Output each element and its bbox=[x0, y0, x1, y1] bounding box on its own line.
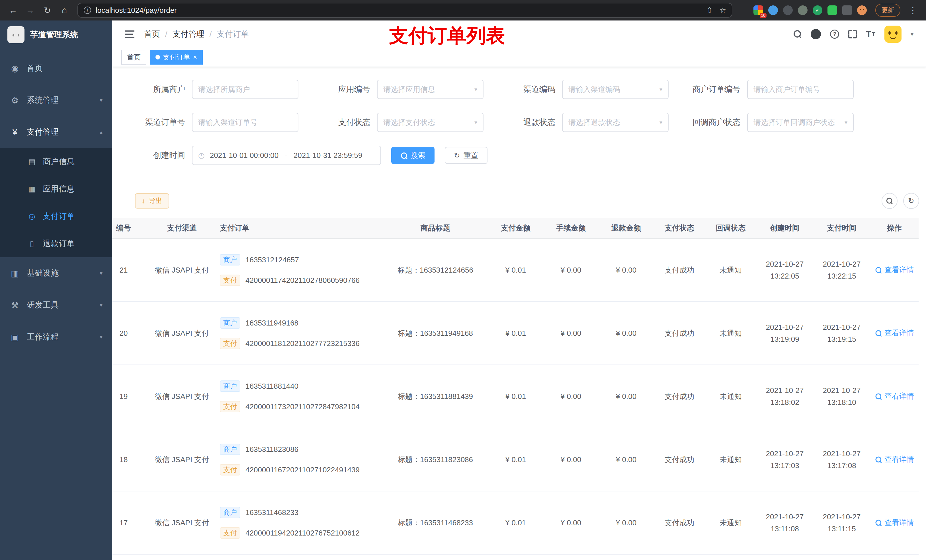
hamburger-icon[interactable] bbox=[125, 30, 135, 38]
view-detail-link[interactable]: 查看详情 bbox=[875, 518, 914, 528]
sidebar-item-pay-order[interactable]: ◎支付订单 bbox=[0, 202, 112, 230]
refund-status-select[interactable]: 请选择退款状态▾ bbox=[562, 113, 669, 132]
breadcrumb-current: 支付订单 bbox=[217, 29, 249, 39]
create-time-range-picker[interactable]: ◷ 2021-10-01 00:00:00 - 2021-10-31 23:59… bbox=[192, 146, 381, 165]
reset-button[interactable]: ↻ 重置 bbox=[445, 147, 487, 164]
back-icon[interactable]: ← bbox=[6, 3, 21, 18]
sidebar-item-dev-tools[interactable]: ⚒研发工具▾ bbox=[0, 289, 112, 321]
fullscreen-icon[interactable] bbox=[848, 30, 857, 38]
app-title: 芋道管理系统 bbox=[30, 29, 78, 40]
time-line: 2021-10-27 bbox=[813, 321, 870, 333]
merchant-order-no-input[interactable]: 请输入商户订单编号 bbox=[747, 80, 854, 99]
filter-label: 创建时间 bbox=[135, 150, 192, 161]
view-detail-link[interactable]: 查看详情 bbox=[875, 391, 914, 401]
sidebar-item-merchant-info[interactable]: ▤商户信息 bbox=[0, 148, 112, 175]
breadcrumb-home[interactable]: 首页 bbox=[144, 29, 160, 39]
tab-pay-order[interactable]: 支付订单 × bbox=[150, 50, 203, 65]
cell-action bbox=[870, 554, 918, 560]
extension-gray-icon[interactable] bbox=[798, 5, 808, 15]
share-icon[interactable]: ⇧ bbox=[707, 6, 713, 15]
breadcrumb-pay-management[interactable]: 支付管理 bbox=[172, 29, 204, 39]
app-logo[interactable]: 芋道管理系统 bbox=[0, 21, 112, 49]
pay-status-select[interactable]: 请选择支付状态▾ bbox=[377, 113, 484, 132]
channel-pay-line: 支付4200001173202110272847982104 bbox=[220, 400, 383, 413]
sidebar-item-system-management[interactable]: ⚙系统管理▾ bbox=[0, 84, 112, 116]
sidebar-item-label: 退款订单 bbox=[43, 238, 75, 249]
merchant-tag: 商户 bbox=[220, 380, 240, 392]
sidebar-item-payment-management[interactable]: ¥支付管理▴ bbox=[0, 116, 112, 148]
filter-field-app-id: 应用编号请选择应用信息▾ bbox=[320, 80, 505, 99]
browser-menu-icon[interactable]: ⋮ bbox=[905, 3, 920, 18]
time-line: 2021-10-27 bbox=[756, 511, 813, 523]
extension-dark-icon[interactable] bbox=[783, 5, 793, 15]
cell-pay-amount: ¥ 0.01 bbox=[488, 428, 543, 491]
extension-drop-icon[interactable] bbox=[768, 5, 778, 15]
merchant-tag: 商户 bbox=[220, 317, 240, 329]
cell-pay-amount: ¥ 0.01 bbox=[488, 302, 543, 365]
chevron-down-icon: ▾ bbox=[660, 119, 662, 126]
channel-code-select[interactable]: 请输入渠道编码▾ bbox=[562, 80, 669, 99]
chevron-down-icon: ▾ bbox=[100, 334, 103, 340]
toggle-search-button[interactable] bbox=[882, 193, 897, 209]
download-icon: ↓ bbox=[142, 197, 145, 205]
view-detail-link[interactable]: 查看详情 bbox=[875, 328, 914, 338]
sidebar-item-workflow[interactable]: ▣工作流程▾ bbox=[0, 321, 112, 353]
time-line: 13:19:09 bbox=[756, 333, 813, 345]
search-icon[interactable] bbox=[794, 30, 802, 38]
filter-label: 渠道编码 bbox=[505, 84, 562, 95]
help-icon[interactable]: ? bbox=[830, 30, 839, 39]
export-button[interactable]: ↓ 导出 bbox=[135, 193, 169, 208]
filter-row-3: 创建时间 ◷ 2021-10-01 00:00:00 - 2021-10-31 … bbox=[135, 146, 926, 165]
time-line: 2021-10-27 bbox=[813, 385, 870, 396]
order-lines: 商户1635311949168支付42000011812021102777232… bbox=[220, 302, 383, 365]
briefcase-icon: ▣ bbox=[10, 332, 20, 342]
user-avatar[interactable] bbox=[884, 26, 902, 43]
cell-pay-status: 支付成功 bbox=[654, 365, 705, 428]
refresh-table-button[interactable]: ↻ bbox=[903, 193, 919, 209]
pay-tag: 支付 bbox=[220, 464, 240, 475]
extension-grid-icon[interactable]: 10 bbox=[754, 5, 763, 15]
sidebar-item-app-info[interactable]: ▦应用信息 bbox=[0, 175, 112, 202]
address-bar[interactable]: i localhost:1024/pay/order ⇧ ☆ bbox=[77, 3, 732, 18]
time-line: 13:22:15 bbox=[813, 270, 870, 282]
cell-channel: 微信 JSAPI 支付 bbox=[152, 302, 212, 365]
tab-label: 首页 bbox=[127, 53, 141, 62]
app-id-select[interactable]: 请选择应用信息▾ bbox=[377, 80, 484, 99]
extension-check-icon[interactable]: ✓ bbox=[813, 5, 822, 15]
cell-order: 商户1635311823086支付42000011672021102710224… bbox=[212, 428, 383, 491]
merchant-input[interactable]: 请选择所属商户 bbox=[192, 80, 298, 99]
view-detail-label: 查看详情 bbox=[884, 454, 914, 464]
home-icon[interactable]: ⌂ bbox=[57, 3, 72, 18]
time-line: 2021-10-27 bbox=[756, 321, 813, 333]
merchant-order-line: 商户1635311468233 bbox=[220, 506, 383, 519]
extensions-puzzle-icon[interactable] bbox=[842, 5, 852, 15]
sidebar-item-refund-order[interactable]: ▯退款订单 bbox=[0, 230, 112, 257]
column-header: 退款金额 bbox=[599, 218, 654, 238]
view-detail-label: 查看详情 bbox=[884, 265, 914, 275]
browser-profile-avatar[interactable] bbox=[857, 5, 867, 15]
search-button[interactable]: 搜索 bbox=[391, 147, 434, 164]
github-icon[interactable] bbox=[811, 29, 821, 39]
cell-pay-status: 支付成功 bbox=[654, 238, 705, 302]
filter-label: 渠道订单号 bbox=[135, 117, 192, 128]
close-tab-icon[interactable]: × bbox=[193, 54, 197, 60]
extension-chat-icon[interactable] bbox=[828, 5, 837, 15]
forward-icon[interactable]: → bbox=[23, 3, 38, 18]
bookmark-star-icon[interactable]: ☆ bbox=[720, 6, 726, 15]
site-info-icon[interactable]: i bbox=[84, 6, 91, 14]
chevron-down-icon[interactable]: ▾ bbox=[911, 31, 914, 38]
tab-home[interactable]: 首页 bbox=[121, 50, 146, 65]
channel-pay-no: 4200001173202110272847982104 bbox=[245, 402, 360, 411]
cell-no: 18 bbox=[112, 428, 152, 491]
notify-status-select[interactable]: 请选择订单回调商户状态▾ bbox=[747, 113, 854, 132]
reload-icon[interactable]: ↻ bbox=[40, 3, 54, 18]
browser-update-button[interactable]: 更新 bbox=[875, 4, 900, 17]
cell-notify-status: 未通知 bbox=[705, 238, 756, 302]
font-size-icon[interactable]: TT bbox=[866, 29, 875, 39]
sidebar-item-infrastructure[interactable]: ▥基础设施▾ bbox=[0, 257, 112, 289]
view-detail-link[interactable]: 查看详情 bbox=[875, 265, 914, 275]
channel-order-no-input[interactable]: 请输入渠道订单号 bbox=[192, 113, 298, 132]
view-detail-link[interactable]: 查看详情 bbox=[875, 454, 914, 464]
sidebar-item-home[interactable]: ◉首页 bbox=[0, 52, 112, 84]
merchant-tag: 商户 bbox=[220, 254, 240, 266]
